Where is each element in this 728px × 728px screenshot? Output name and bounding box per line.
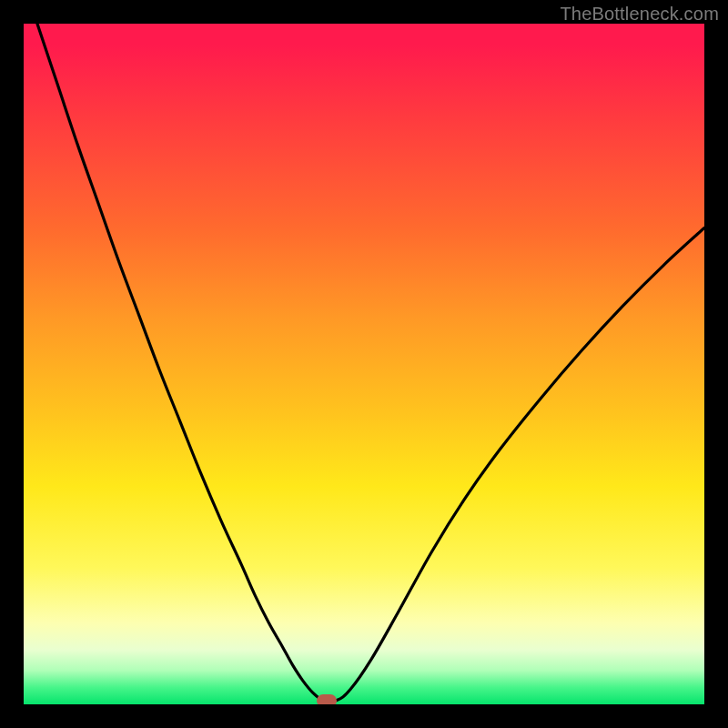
chart-frame: TheBottleneck.com [0,0,728,728]
minimum-marker [317,694,337,705]
plot-area [24,24,704,704]
bottleneck-curve [37,24,704,702]
watermark-text: TheBottleneck.com [560,4,719,25]
curve-layer [24,24,704,704]
